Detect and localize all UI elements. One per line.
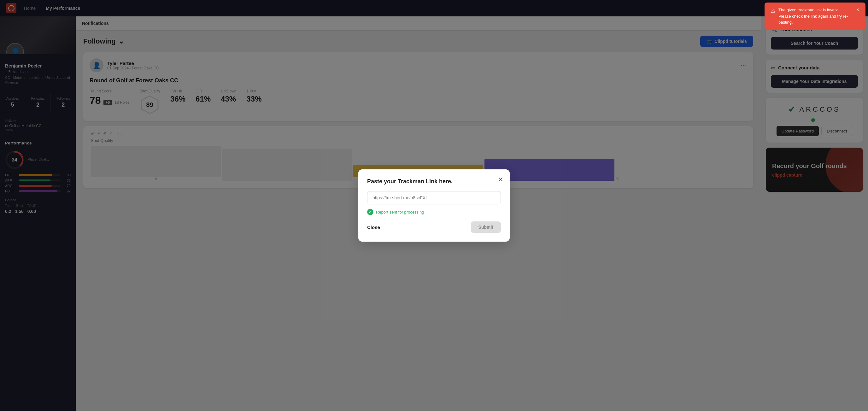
modal-close-button[interactable]: Close — [367, 225, 380, 230]
error-banner: ⚠ The given trackman link is invalid. Pl… — [765, 2, 866, 30]
error-close-button[interactable]: × — [856, 7, 859, 12]
error-message: The given trackman link is invalid. Plea… — [778, 7, 848, 26]
modal-title: Paste your Trackman Link here. — [367, 178, 501, 185]
modal-close-x-button[interactable]: ✕ — [498, 176, 503, 183]
success-text: Report sent for processing — [376, 210, 424, 215]
modal-submit-button[interactable]: Submit — [471, 221, 501, 233]
modal-overlay: Paste your Trackman Link here. ✕ ✓ Repor… — [0, 0, 868, 411]
trackman-link-input[interactable] — [367, 191, 501, 204]
modal-actions: Close Submit — [367, 221, 501, 233]
warning-icon: ⚠ — [771, 7, 775, 15]
modal-success-message: ✓ Report sent for processing — [367, 209, 501, 215]
check-icon: ✓ — [367, 209, 373, 215]
trackman-modal: Paste your Trackman Link here. ✕ ✓ Repor… — [358, 169, 510, 242]
